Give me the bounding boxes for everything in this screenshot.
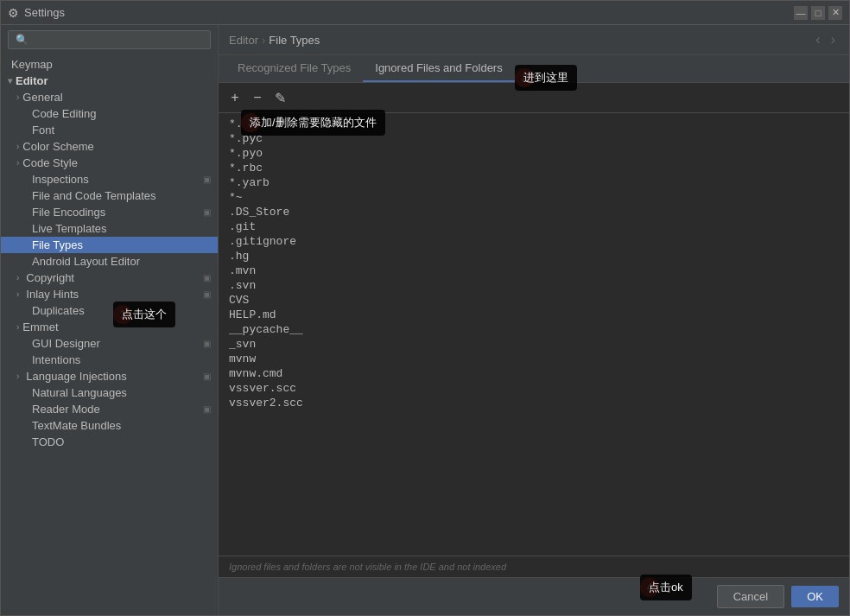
sidebar-label: File and Code Templates — [32, 189, 156, 202]
sidebar-item-file-types[interactable]: File Types — [1, 237, 218, 253]
tab-recognized[interactable]: Recognized File Types — [225, 55, 363, 82]
cancel-button[interactable]: Cancel — [717, 585, 784, 608]
sidebar-item-language-injections[interactable]: › Language Injections ▣ — [1, 368, 218, 384]
settings-icon: ▣ — [203, 372, 211, 381]
breadcrumb-parent: Editor — [229, 34, 258, 47]
right-panel: Editor › File Types ‹ › Recognized File … — [219, 25, 849, 615]
sidebar-label: Code Editing — [32, 107, 96, 120]
sidebar-item-natural-languages[interactable]: Natural Languages — [1, 384, 218, 401]
ok-button[interactable]: OK — [791, 586, 839, 607]
maximize-button[interactable]: □ — [811, 6, 825, 20]
sidebar-item-code-editing[interactable]: Code Editing — [1, 105, 218, 122]
sidebar-label: GUI Designer — [32, 337, 100, 350]
sidebar-label: Duplicates — [32, 304, 85, 317]
annotation-2: 2 进到这里 — [515, 68, 534, 87]
list-item[interactable]: .svn — [219, 278, 849, 293]
list-item[interactable]: HELP.md — [219, 308, 849, 322]
sidebar-item-file-encodings[interactable]: File Encodings ▣ — [1, 204, 218, 220]
list-item[interactable]: mvnw.cmd — [219, 366, 849, 381]
sidebar-item-inspections[interactable]: Inspections ▣ — [1, 171, 218, 187]
sidebar-item-gui-designer[interactable]: GUI Designer ▣ — [1, 335, 218, 352]
list-item[interactable]: *~ — [219, 190, 849, 205]
sidebar-item-editor[interactable]: ▾ Editor — [1, 73, 218, 89]
sidebar-label: Intentions — [32, 353, 80, 366]
window-controls: — □ ✕ — [794, 6, 842, 20]
list-item[interactable]: vssver2.scc — [219, 396, 849, 410]
sidebar-item-general[interactable]: › General — [1, 89, 218, 105]
tab-ignored[interactable]: Ignored Files and Folders — [363, 55, 514, 82]
sidebar-label: Emmet — [22, 321, 58, 333]
list-item[interactable]: __pycache__ — [219, 322, 849, 337]
annotation-badge-3: 3 — [241, 113, 260, 132]
sidebar-item-live-templates[interactable]: Live Templates — [1, 220, 218, 237]
sidebar-item-todo[interactable]: TODO — [1, 434, 218, 450]
breadcrumb-current: File Types — [269, 34, 320, 47]
sidebar-label: Reader Mode — [32, 403, 100, 416]
list-item[interactable]: *.yarb — [219, 175, 849, 190]
sidebar-label: Font — [32, 124, 54, 137]
sidebar-item-code-style[interactable]: › Code Style — [1, 155, 218, 171]
sidebar-label: Copyright — [26, 271, 74, 284]
sidebar: Keymap ▾ Editor › General Code Editing F… — [1, 25, 219, 615]
sidebar-label: Inlay Hints — [26, 288, 79, 301]
remove-button[interactable]: − — [248, 88, 267, 107]
sidebar-item-emmet[interactable]: › Emmet — [1, 319, 218, 335]
list-item[interactable]: .git — [219, 219, 849, 234]
bottom-bar: Cancel OK — [219, 577, 849, 615]
sidebar-item-reader-mode[interactable]: Reader Mode ▣ — [1, 401, 218, 417]
sidebar-item-duplicates[interactable]: Duplicates — [1, 302, 218, 319]
sidebar-label: File Encodings — [32, 206, 105, 219]
edit-button[interactable]: ✎ — [270, 88, 289, 107]
list-item[interactable]: *.3 — [219, 117, 849, 131]
list-item[interactable]: vssver.scc — [219, 381, 849, 396]
window-title: Settings — [24, 6, 794, 19]
sidebar-item-intentions[interactable]: Intentions — [1, 352, 218, 368]
list-item[interactable]: *.pyo — [219, 146, 849, 161]
annotation-3: 3 添加/删除需要隐藏的文件 — [241, 113, 260, 132]
list-item[interactable]: _svn — [219, 337, 849, 352]
list-item[interactable]: CVS — [219, 293, 849, 308]
annotation-1: 1 点击这个 — [113, 305, 132, 324]
sidebar-label: Natural Languages — [32, 386, 127, 399]
expand-arrow: › — [16, 289, 19, 299]
list-item[interactable]: .gitignore — [219, 234, 849, 249]
search-input[interactable] — [8, 30, 211, 49]
expand-arrow: › — [16, 273, 19, 283]
sidebar-label: Android Layout Editor — [32, 255, 140, 268]
list-item[interactable]: mvnw — [219, 352, 849, 366]
list-item[interactable]: .hg — [219, 249, 849, 264]
minimize-button[interactable]: — — [794, 6, 808, 20]
sidebar-item-keymap[interactable]: Keymap — [1, 56, 218, 73]
breadcrumb-separator: › — [262, 34, 265, 47]
expand-arrow: › — [16, 322, 19, 332]
list-item[interactable]: .DS_Store — [219, 205, 849, 219]
settings-icon: ▣ — [203, 273, 211, 283]
expand-arrow: › — [16, 142, 19, 151]
sidebar-item-inlay-hints[interactable]: › Inlay Hints ▣ — [1, 286, 218, 302]
sidebar-item-android-layout[interactable]: Android Layout Editor — [1, 253, 218, 270]
sidebar-item-color-scheme[interactable]: › Color Scheme — [1, 138, 218, 155]
list-item[interactable]: .mvn — [219, 264, 849, 278]
sidebar-item-copyright[interactable]: › Copyright ▣ — [1, 270, 218, 286]
expand-arrow: › — [16, 158, 19, 168]
sidebar-label: File Types — [32, 238, 83, 251]
sidebar-label: Editor — [16, 74, 48, 87]
sidebar-label: Color Scheme — [22, 140, 93, 153]
sidebar-item-textmate[interactable]: TextMate Bundles — [1, 417, 218, 434]
nav-back-arrow[interactable]: ‹ — [812, 32, 823, 48]
sidebar-item-font[interactable]: Font — [1, 122, 218, 138]
sidebar-label: Keymap — [11, 58, 53, 71]
search-box — [1, 25, 218, 54]
list-item[interactable]: *.pyc — [219, 131, 849, 146]
tabs-bar: Recognized File Types Ignored Files and … — [219, 55, 849, 83]
sidebar-item-file-code-templates[interactable]: File and Code Templates — [1, 187, 218, 204]
expand-arrow: › — [16, 372, 19, 381]
annotation-badge-4: 4 — [640, 578, 659, 597]
settings-icon: ▣ — [203, 175, 211, 184]
add-button[interactable]: + — [225, 88, 244, 107]
close-button[interactable]: ✕ — [828, 6, 842, 20]
list-item[interactable]: *.rbc — [219, 161, 849, 175]
nav-forward-arrow[interactable]: › — [828, 32, 839, 48]
titlebar: ⚙ Settings — □ ✕ — [1, 1, 849, 25]
panel-header: Editor › File Types ‹ › — [219, 25, 849, 55]
